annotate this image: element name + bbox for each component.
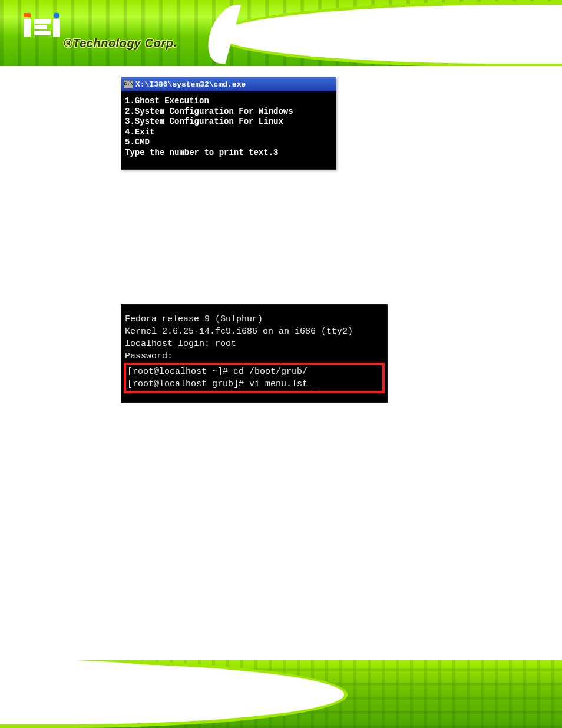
svg-rect-1 [24,13,31,17]
screenshot-linux-terminal: Fedora release 9 (Sulphur) Kernel 2.6.25… [121,304,388,403]
header-curve-decoration [210,5,562,64]
terminal-line: Kernel 2.6.25-14.fc9.i686 on an i686 (tt… [121,325,387,338]
header-banner: ®Technology Corp. [0,0,562,66]
svg-rect-3 [34,25,47,29]
terminal-line: localhost login: root [121,338,387,350]
page-content: C:\ X:\I386\system32\cmd.exe 1.Ghost Exe… [0,77,562,657]
cmd-line: 4.Exit [125,127,332,138]
terminal-line: [root@localhost grub]# vi menu.lst _ [127,378,381,390]
cmd-body: 1.Ghost Execution 2.System Configuration… [121,91,336,169]
iei-logo-icon [24,13,61,38]
footer-banner [0,660,562,728]
cmd-line: 1.Ghost Execution [125,96,332,107]
terminal-highlight-box: [root@localhost ~]# cd /boot/grub/ [root… [124,363,385,393]
cmd-line: 3.System Configuration For Linux [125,117,332,127]
screenshot-cmd-window: C:\ X:\I386\system32\cmd.exe 1.Ghost Exe… [121,77,336,170]
svg-point-6 [54,13,59,18]
svg-rect-4 [34,31,51,35]
brand-tagline: ®Technology Corp. [64,37,177,50]
terminal-line: [root@localhost ~]# cd /boot/grub/ [127,365,381,378]
brand-logo [24,13,61,38]
cmd-line: 2.System Configuration For Windows [125,107,332,117]
terminal-line: Password: [121,350,387,363]
cmd-window-icon: C:\ [124,80,133,88]
svg-rect-0 [24,19,31,37]
cmd-line: Type the number to print text.3 [125,148,332,159]
cmd-title: X:\I386\system32\cmd.exe [135,80,246,89]
cmd-line: 5.CMD [125,137,332,148]
terminal-line: Fedora release 9 (Sulphur) [121,313,387,325]
svg-rect-2 [34,19,51,24]
svg-rect-5 [53,19,60,37]
cmd-titlebar: C:\ X:\I386\system32\cmd.exe [121,77,336,91]
